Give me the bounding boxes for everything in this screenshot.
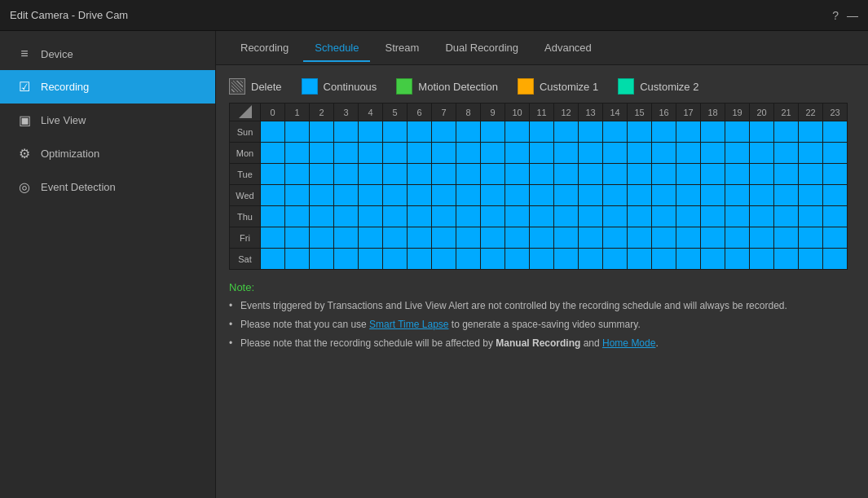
- cell-wed-16[interactable]: [652, 185, 676, 206]
- cell-mon-2[interactable]: [310, 143, 334, 164]
- cell-fri-10[interactable]: [505, 227, 530, 249]
- cell-fri-8[interactable]: [456, 227, 481, 249]
- home-mode-link[interactable]: Home Mode: [602, 337, 655, 349]
- cell-thu-14[interactable]: [603, 206, 628, 227]
- cell-sat-2[interactable]: [310, 249, 334, 270]
- cell-mon-4[interactable]: [359, 143, 383, 164]
- cell-mon-21[interactable]: [774, 143, 799, 164]
- cell-thu-6[interactable]: [408, 206, 432, 227]
- cell-wed-11[interactable]: [530, 185, 554, 206]
- cell-sat-18[interactable]: [701, 249, 725, 270]
- cell-sat-20[interactable]: [750, 249, 774, 270]
- cell-sat-23[interactable]: [823, 249, 848, 270]
- cell-fri-0[interactable]: [261, 227, 285, 249]
- cell-wed-13[interactable]: [579, 185, 603, 206]
- cell-fri-9[interactable]: [481, 227, 505, 249]
- cell-mon-18[interactable]: [701, 143, 725, 164]
- cell-fri-21[interactable]: [774, 227, 799, 249]
- cell-sun-6[interactable]: [408, 121, 432, 143]
- cell-tue-23[interactable]: [823, 164, 848, 185]
- cell-tue-17[interactable]: [676, 164, 701, 185]
- cell-mon-23[interactable]: [823, 143, 848, 164]
- cell-thu-7[interactable]: [432, 206, 456, 227]
- cell-thu-11[interactable]: [530, 206, 554, 227]
- cell-sun-12[interactable]: [554, 121, 579, 143]
- cell-sun-17[interactable]: [676, 121, 701, 143]
- cell-wed-20[interactable]: [750, 185, 774, 206]
- cell-fri-4[interactable]: [359, 227, 383, 249]
- cell-sat-22[interactable]: [799, 249, 823, 270]
- cell-tue-3[interactable]: [334, 164, 359, 185]
- cell-wed-15[interactable]: [628, 185, 652, 206]
- cell-sat-21[interactable]: [774, 249, 799, 270]
- cell-mon-12[interactable]: [554, 143, 579, 164]
- tab-schedule[interactable]: Schedule: [303, 35, 370, 62]
- cell-sun-10[interactable]: [505, 121, 530, 143]
- cell-wed-7[interactable]: [432, 185, 456, 206]
- cell-sun-22[interactable]: [799, 121, 823, 143]
- cell-tue-21[interactable]: [774, 164, 799, 185]
- cell-mon-16[interactable]: [652, 143, 676, 164]
- cell-tue-13[interactable]: [579, 164, 603, 185]
- cell-sat-13[interactable]: [579, 249, 603, 270]
- tab-advanced[interactable]: Advanced: [533, 35, 603, 62]
- cell-wed-19[interactable]: [725, 185, 750, 206]
- cell-wed-5[interactable]: [383, 185, 408, 206]
- cell-thu-13[interactable]: [579, 206, 603, 227]
- cell-wed-18[interactable]: [701, 185, 725, 206]
- cell-tue-2[interactable]: [310, 164, 334, 185]
- cell-tue-11[interactable]: [530, 164, 554, 185]
- cell-sat-15[interactable]: [628, 249, 652, 270]
- cell-tue-5[interactable]: [383, 164, 408, 185]
- cell-mon-15[interactable]: [628, 143, 652, 164]
- cell-fri-17[interactable]: [676, 227, 701, 249]
- cell-fri-6[interactable]: [408, 227, 432, 249]
- cell-sun-15[interactable]: [628, 121, 652, 143]
- cell-fri-2[interactable]: [310, 227, 334, 249]
- cell-wed-17[interactable]: [676, 185, 701, 206]
- cell-fri-12[interactable]: [554, 227, 579, 249]
- cell-wed-14[interactable]: [603, 185, 628, 206]
- cell-wed-4[interactable]: [359, 185, 383, 206]
- cell-mon-19[interactable]: [725, 143, 750, 164]
- cell-sun-16[interactable]: [652, 121, 676, 143]
- cell-sat-6[interactable]: [408, 249, 432, 270]
- sidebar-item-device[interactable]: ≡ Device: [0, 37, 215, 70]
- cell-sat-7[interactable]: [432, 249, 456, 270]
- cell-thu-12[interactable]: [554, 206, 579, 227]
- cell-thu-22[interactable]: [799, 206, 823, 227]
- cell-thu-0[interactable]: [261, 206, 285, 227]
- cell-sat-9[interactable]: [481, 249, 505, 270]
- smart-time-lapse-link[interactable]: Smart Time Lapse: [369, 319, 448, 330]
- cell-mon-13[interactable]: [579, 143, 603, 164]
- cell-sat-14[interactable]: [603, 249, 628, 270]
- cell-thu-17[interactable]: [676, 206, 701, 227]
- cell-sun-5[interactable]: [383, 121, 408, 143]
- cell-sun-3[interactable]: [334, 121, 359, 143]
- cell-sun-19[interactable]: [725, 121, 750, 143]
- cell-sun-4[interactable]: [359, 121, 383, 143]
- cell-mon-1[interactable]: [285, 143, 310, 164]
- tab-recording[interactable]: Recording: [229, 35, 300, 62]
- cell-fri-22[interactable]: [799, 227, 823, 249]
- cell-tue-19[interactable]: [725, 164, 750, 185]
- cell-sun-7[interactable]: [432, 121, 456, 143]
- cell-sun-1[interactable]: [285, 121, 310, 143]
- sidebar-item-eventdetection[interactable]: ◎ Event Detection: [0, 170, 215, 204]
- cell-sat-12[interactable]: [554, 249, 579, 270]
- cell-sat-8[interactable]: [456, 249, 481, 270]
- cell-mon-22[interactable]: [799, 143, 823, 164]
- cell-sun-2[interactable]: [310, 121, 334, 143]
- cell-sat-11[interactable]: [530, 249, 554, 270]
- cell-thu-4[interactable]: [359, 206, 383, 227]
- cell-sat-19[interactable]: [725, 249, 750, 270]
- cell-mon-10[interactable]: [505, 143, 530, 164]
- cell-wed-0[interactable]: [261, 185, 285, 206]
- cell-wed-2[interactable]: [310, 185, 334, 206]
- cell-tue-16[interactable]: [652, 164, 676, 185]
- cell-sun-18[interactable]: [701, 121, 725, 143]
- cell-sat-0[interactable]: [261, 249, 285, 270]
- cell-thu-10[interactable]: [505, 206, 530, 227]
- cell-mon-8[interactable]: [456, 143, 481, 164]
- cell-thu-19[interactable]: [725, 206, 750, 227]
